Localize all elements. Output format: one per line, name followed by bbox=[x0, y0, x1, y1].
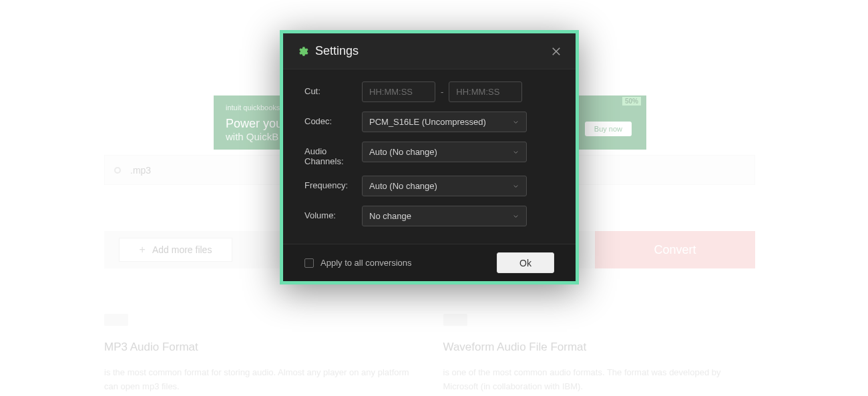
settings-modal: Settings Cut: - Codec: PCM_S16LE (Uncomp… bbox=[280, 30, 579, 284]
row-channels: Audio Channels: Auto (No change) bbox=[304, 142, 554, 166]
cut-from-input[interactable] bbox=[362, 81, 435, 102]
channels-select-value: Auto (No change) bbox=[369, 147, 437, 157]
modal-body: Cut: - Codec: PCM_S16LE (Uncompressed) A… bbox=[283, 69, 576, 244]
modal-footer: Apply to all conversions Ok bbox=[283, 244, 576, 281]
frequency-label: Frequency: bbox=[304, 176, 362, 190]
codec-select-value: PCM_S16LE (Uncompressed) bbox=[369, 117, 486, 127]
codec-select[interactable]: PCM_S16LE (Uncompressed) bbox=[362, 112, 527, 132]
cut-label: Cut: bbox=[304, 81, 362, 96]
row-codec: Codec: PCM_S16LE (Uncompressed) bbox=[304, 112, 554, 132]
apply-all-checkbox[interactable] bbox=[304, 258, 314, 268]
volume-label: Volume: bbox=[304, 206, 362, 220]
channels-select[interactable]: Auto (No change) bbox=[362, 142, 527, 162]
apply-all-label: Apply to all conversions bbox=[320, 258, 412, 268]
row-frequency: Frequency: Auto (No change) bbox=[304, 176, 554, 196]
chevron-down-icon bbox=[512, 118, 519, 126]
cut-to-input[interactable] bbox=[449, 81, 522, 102]
volume-select[interactable]: No change bbox=[362, 206, 527, 226]
chevron-down-icon bbox=[512, 148, 519, 156]
frequency-select-value: Auto (No change) bbox=[369, 181, 437, 191]
row-cut: Cut: - bbox=[304, 81, 554, 102]
chevron-down-icon bbox=[512, 182, 519, 190]
modal-header: Settings bbox=[283, 33, 576, 69]
codec-label: Codec: bbox=[304, 112, 362, 126]
row-volume: Volume: No change bbox=[304, 206, 554, 226]
ok-button-label: Ok bbox=[519, 258, 531, 268]
modal-title: Settings bbox=[315, 44, 359, 58]
chevron-down-icon bbox=[512, 212, 519, 220]
frequency-select[interactable]: Auto (No change) bbox=[362, 176, 527, 196]
cut-separator: - bbox=[441, 87, 443, 97]
gear-icon bbox=[296, 45, 308, 57]
close-icon[interactable] bbox=[550, 45, 562, 57]
channels-label: Audio Channels: bbox=[304, 142, 362, 166]
ok-button[interactable]: Ok bbox=[497, 252, 554, 273]
volume-select-value: No change bbox=[369, 211, 411, 221]
